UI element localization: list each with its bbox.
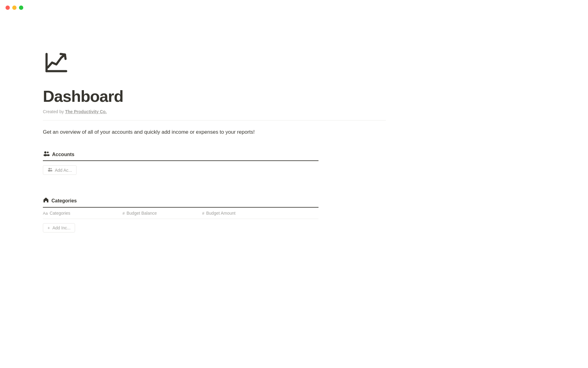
- categories-header: Categories: [43, 197, 318, 208]
- accounts-people-icon: [43, 151, 50, 158]
- minimize-button[interactable]: [12, 6, 17, 10]
- svg-point-5: [48, 170, 51, 171]
- accounts-header: Accounts: [43, 151, 318, 161]
- col-budget-balance-label: Budget Balance: [126, 211, 157, 216]
- created-by-link[interactable]: The Productivity Co.: [65, 109, 107, 114]
- chart-icon: [43, 49, 70, 76]
- add-income-label: Add Inc...: [52, 225, 70, 230]
- page-description: Get an overview of all of your accounts …: [43, 128, 386, 136]
- col-budget-amount-label: Budget Amount: [206, 211, 236, 216]
- col-budget-balance: # Budget Balance: [123, 211, 202, 216]
- svg-point-0: [44, 151, 47, 154]
- categories-section: Categories Aa Categories # Budget Balanc…: [43, 197, 386, 232]
- categories-home-icon: [43, 197, 49, 205]
- add-accounts-icon: [47, 167, 52, 173]
- svg-point-1: [43, 154, 47, 156]
- add-accounts-button[interactable]: Add Ac...: [43, 165, 77, 175]
- table-columns: Aa Categories # Budget Balance # Budget …: [43, 208, 318, 219]
- add-accounts-label: Add Ac...: [55, 168, 72, 173]
- col-budget-amount: # Budget Amount: [202, 211, 282, 216]
- col-budget-amount-icon: #: [202, 211, 204, 216]
- col-categories: Aa Categories: [43, 211, 123, 216]
- header-divider: [43, 120, 386, 121]
- page-icon: [43, 49, 386, 77]
- maximize-button[interactable]: [19, 6, 23, 10]
- col-categories-label: Categories: [50, 211, 70, 216]
- add-income-button[interactable]: + Add Inc...: [43, 223, 75, 232]
- svg-point-2: [47, 151, 49, 153]
- page-title: Dashboard: [43, 87, 386, 105]
- add-income-plus-icon: +: [47, 225, 50, 230]
- traffic-lights: [6, 6, 23, 10]
- accounts-title: Accounts: [52, 152, 74, 157]
- created-by: Created by The Productivity Co.: [43, 109, 386, 114]
- svg-point-7: [50, 170, 52, 171]
- svg-point-3: [47, 154, 50, 156]
- created-by-prefix: Created by: [43, 109, 65, 114]
- col-categories-icon: Aa: [43, 211, 48, 216]
- categories-title: Categories: [51, 198, 77, 204]
- svg-point-6: [51, 168, 52, 169]
- main-content: Dashboard Created by The Productivity Co…: [0, 0, 429, 232]
- accounts-section: Accounts Add Ac...: [43, 151, 386, 185]
- close-button[interactable]: [6, 6, 10, 10]
- col-budget-balance-icon: #: [123, 211, 125, 216]
- svg-point-4: [48, 168, 50, 170]
